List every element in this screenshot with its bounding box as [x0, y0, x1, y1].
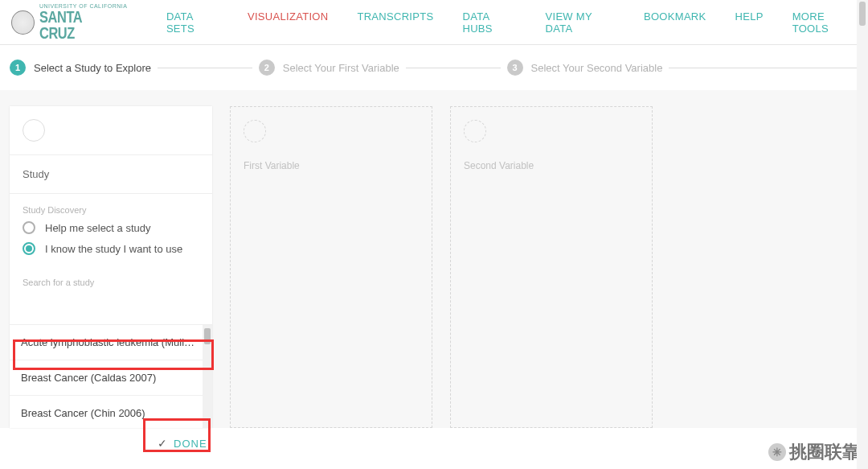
step-bar: 1 Select a Study to Explore 2 Select You…	[0, 45, 868, 90]
step-2[interactable]: 2 Select Your First Variable	[259, 60, 399, 76]
study-discovery-label: Study Discovery	[23, 205, 199, 215]
ghost-head	[451, 107, 652, 155]
step-2-badge: 2	[259, 60, 275, 76]
step-1-label: Select a Study to Explore	[34, 62, 151, 74]
study-avatar-placeholder-icon	[23, 119, 45, 142]
nav-help[interactable]: HELP	[735, 10, 764, 35]
step-1-badge: 1	[10, 60, 26, 76]
radio-help-select[interactable]: Help me select a study	[23, 221, 199, 234]
second-variable-label: Second Variable	[451, 155, 652, 184]
header: UNIVERSITY OF CALIFORNIA SANTA CRUZ DATA…	[0, 0, 868, 45]
study-panel: Study Study Discovery Help me select a s…	[10, 106, 212, 428]
study-result-item[interactable]: Acute lymphoblastic leukemia (Mull…	[10, 325, 212, 360]
watermark: ✳ 挑圈联靠	[768, 440, 860, 464]
study-panel-title: Study	[10, 155, 212, 194]
nav: DATA SETS VISUALIZATION TRANSCRIPTS DATA…	[166, 10, 857, 35]
nav-bookmark[interactable]: BOOKMARK	[644, 10, 706, 35]
step-divider	[158, 68, 252, 68]
study-result-item[interactable]: Breast Cancer (Caldas 2007)	[10, 360, 212, 396]
ghost-circle-icon	[464, 120, 486, 142]
step-1[interactable]: 1 Select a Study to Explore	[10, 60, 151, 76]
nav-moretools[interactable]: MORE TOOLS	[792, 10, 857, 35]
radio-label: I know the study I want to use	[45, 243, 182, 255]
radio-icon	[23, 221, 35, 234]
ghost-circle-icon	[244, 120, 266, 142]
step-3-label: Select Your Second Variable	[531, 62, 663, 74]
radio-label: Help me select a study	[45, 222, 151, 234]
study-discovery: Study Discovery Help me select a study I…	[10, 194, 212, 271]
nav-transcripts[interactable]: TRANSCRIPTS	[357, 10, 433, 35]
step-2-label: Select Your First Variable	[283, 62, 399, 74]
nav-datasets[interactable]: DATA SETS	[166, 10, 219, 35]
logo-text: UNIVERSITY OF CALIFORNIA SANTA CRUZ	[39, 3, 134, 41]
step-divider	[669, 68, 858, 68]
nav-visualization[interactable]: VISUALIZATION	[248, 10, 328, 35]
study-search-label: Search for a study	[10, 271, 212, 292]
scrollbar[interactable]	[203, 325, 212, 428]
logo[interactable]: UNIVERSITY OF CALIFORNIA SANTA CRUZ	[11, 3, 134, 41]
step-divider	[406, 68, 501, 68]
nav-datahubs[interactable]: DATA HUBS	[462, 10, 516, 35]
logo-bottom: SANTA CRUZ	[39, 9, 117, 41]
study-result-item[interactable]: Breast Cancer (Chin 2006)	[10, 396, 212, 428]
step-3-badge: 3	[507, 60, 523, 76]
first-variable-label: First Variable	[231, 155, 432, 184]
ghost-head	[231, 107, 432, 155]
watermark-text: 挑圈联靠	[789, 440, 860, 464]
page-scrollbar[interactable]	[857, 0, 868, 469]
logo-seal-icon	[11, 10, 35, 35]
done-button[interactable]: ✓ DONE	[145, 429, 220, 458]
radio-icon	[23, 242, 35, 255]
second-variable-panel: Second Variable	[450, 106, 653, 428]
step-3[interactable]: 3 Select Your Second Variable	[507, 60, 663, 76]
study-panel-head	[10, 106, 212, 155]
check-icon: ✓	[158, 437, 167, 450]
first-variable-panel: First Variable	[230, 106, 432, 428]
nav-viewmydata[interactable]: VIEW MY DATA	[546, 10, 615, 35]
study-results-list[interactable]: Acute lymphoblastic leukemia (Mull… Brea…	[10, 324, 212, 428]
done-label: DONE	[174, 438, 207, 450]
wechat-icon: ✳	[768, 443, 786, 461]
radio-know-study[interactable]: I know the study I want to use	[23, 242, 199, 255]
main: Study Study Discovery Help me select a s…	[0, 90, 868, 428]
